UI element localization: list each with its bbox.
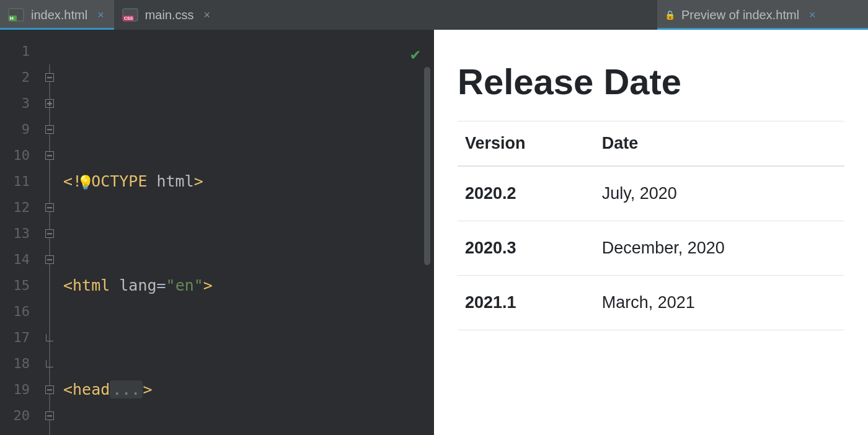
preview-heading: Release Date (458, 61, 844, 102)
cell-version: 2021.1 (458, 276, 595, 330)
tab-main-css[interactable]: CSS main.css × (114, 0, 220, 30)
line-number: 2 (0, 64, 37, 90)
line-number: 16 (0, 299, 37, 325)
code-token: lang (119, 276, 156, 294)
fold-toggle[interactable] (37, 195, 62, 221)
line-number: 14 (0, 247, 37, 273)
close-icon[interactable]: × (204, 9, 211, 22)
folded-region[interactable]: ... (110, 380, 143, 398)
code-token: > (194, 172, 203, 190)
code-token: <head (63, 380, 110, 398)
line-number: 9 (0, 116, 37, 143)
code-token: "en" (166, 276, 203, 294)
line-number: 11 (0, 169, 37, 195)
table-header-row: Version Date (458, 121, 844, 167)
code-token: <html (63, 276, 119, 294)
svg-text:CSS: CSS (124, 16, 133, 20)
table-header-version: Version (458, 121, 595, 167)
lock-icon: 🔒 (665, 10, 675, 20)
css-file-icon: CSS (122, 7, 139, 22)
cell-date: July, 2020 (595, 166, 844, 221)
fold-toggle[interactable] (37, 143, 62, 169)
table-header-date: Date (595, 121, 844, 167)
tab-bar-spacer (220, 0, 657, 30)
code-token: html (157, 172, 194, 190)
table-row: 2020.3 December, 2020 (458, 221, 844, 276)
line-number: 15 (0, 273, 37, 299)
code-token: = (157, 276, 166, 294)
fold-toggle[interactable] (37, 64, 62, 90)
fold-toggle[interactable] (37, 247, 62, 273)
line-number: 10 (0, 143, 37, 169)
line-number: 12 (0, 195, 37, 221)
close-icon[interactable]: × (97, 9, 104, 22)
editor-scrollbar[interactable] (424, 67, 430, 265)
html-preview-pane: Release Date Version Date 2020.2 July, 2… (434, 30, 868, 435)
inspection-ok-icon[interactable]: ✔ (410, 41, 420, 67)
table-row: 2021.1 March, 2021 (458, 276, 844, 330)
line-number: 18 (0, 351, 37, 377)
main-split: 1 2 3 9 10 11 12 13 14 15 16 17 18 19 20 (0, 30, 868, 435)
line-number: 17 (0, 325, 37, 351)
intention-bulb-icon[interactable]: 💡 (77, 170, 94, 196)
code-token: > (203, 276, 213, 294)
close-icon[interactable]: × (809, 9, 816, 22)
tab-label: Preview of index.html (681, 8, 799, 22)
fold-end (37, 351, 62, 377)
svg-text:H: H (10, 15, 14, 21)
fold-toggle[interactable] (37, 90, 62, 116)
fold-toggle[interactable] (37, 116, 62, 143)
line-number-gutter: 1 2 3 9 10 11 12 13 14 15 16 17 18 19 20 (0, 30, 37, 435)
code-editor[interactable]: 1 2 3 9 10 11 12 13 14 15 16 17 18 19 20 (0, 30, 434, 435)
preview-table: Version Date 2020.2 July, 2020 2020.3 De… (458, 121, 844, 330)
line-number: 19 (0, 377, 37, 403)
fold-end (37, 325, 62, 351)
fold-toggle[interactable] (37, 403, 62, 429)
fold-gutter (37, 30, 62, 435)
tab-label: index.html (31, 8, 87, 22)
line-number: 1 (0, 38, 37, 64)
fold-toggle[interactable] (37, 221, 62, 247)
tab-label: main.css (145, 8, 194, 22)
line-number: 20 (0, 403, 37, 429)
line-number: 13 (0, 221, 37, 247)
cell-date: December, 2020 (595, 221, 844, 276)
tab-preview[interactable]: 🔒 Preview of index.html × (657, 0, 868, 30)
fold-toggle[interactable] (37, 377, 62, 403)
code-area[interactable]: ✔ 💡 <!DOCTYPE html> <html lang="en"> <he… (62, 30, 434, 435)
tab-bar: H index.html × CSS main.css × 🔒 Preview … (0, 0, 868, 30)
cell-version: 2020.2 (458, 166, 595, 221)
code-token: > (143, 380, 152, 398)
tab-index-html[interactable]: H index.html × (0, 0, 114, 30)
table-row: 2020.2 July, 2020 (458, 166, 844, 221)
cell-version: 2020.3 (458, 221, 595, 276)
cell-date: March, 2021 (595, 276, 844, 330)
line-number: 3 (0, 90, 37, 116)
html-file-icon: H (7, 7, 25, 22)
